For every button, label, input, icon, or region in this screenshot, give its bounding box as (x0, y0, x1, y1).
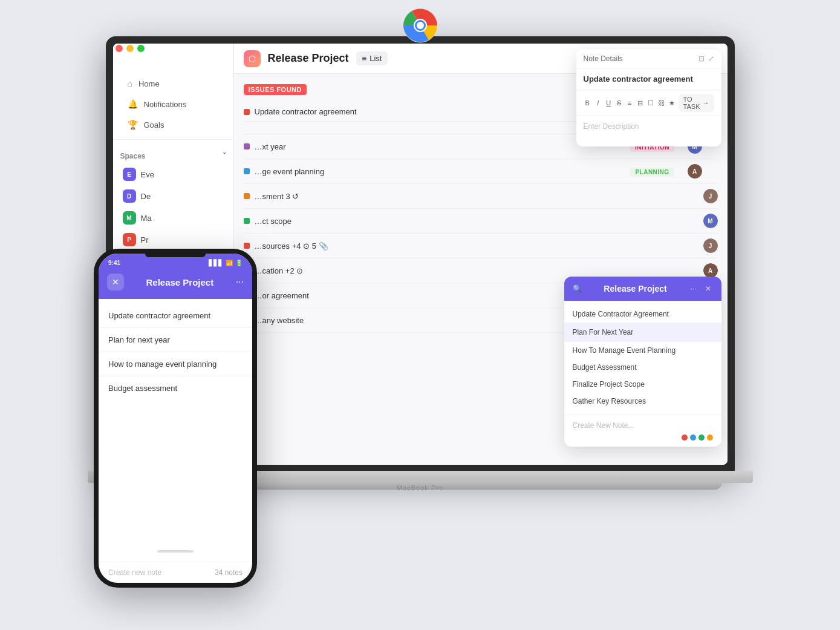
phone-notch (145, 254, 206, 257)
spaces-section: Spaces ˅ (113, 145, 233, 164)
to-task-button[interactable]: TO TASK → (679, 94, 714, 112)
phone-create-note[interactable]: Create new note (108, 568, 161, 577)
sidebar-item-label: Home (138, 79, 160, 88)
sidebar-item-notifications[interactable]: 🔔 Notifications (120, 94, 226, 114)
note-item-label: Plan For Next Year (573, 328, 634, 336)
space-label: Eve (141, 170, 154, 179)
add-note-button[interactable]: + (702, 327, 713, 338)
maximize-button[interactable] (137, 45, 145, 52)
mobile-phone: 9:41 ▋▋▋ 📶 🔋 ✕ Release Project ··· Updat… (94, 249, 257, 588)
task-name: …sment 3 ↺ (255, 192, 698, 201)
project-icon: ⬡ (244, 50, 261, 67)
notes-panel-footer: Create New Note... (564, 415, 721, 447)
task-name: …cation +2 ⊙ (255, 266, 698, 275)
app-dot-red (682, 435, 688, 441)
main-content: ⬡ Release Project ≡ List ISSUES FOUND (234, 44, 728, 465)
notes-panel-actions: ··· ✕ (688, 283, 714, 295)
notes-panel-title: Release Project (584, 284, 688, 294)
task-color-indicator (244, 243, 250, 249)
minimize-note-icon[interactable]: ⊡ (698, 54, 705, 63)
table-row[interactable]: …ct scope M (244, 209, 718, 234)
edit-note-button[interactable]: ✏ (662, 327, 673, 338)
star-button[interactable]: ★ (668, 96, 676, 110)
chevron-down-icon: ˅ (223, 152, 226, 160)
note-item[interactable]: Finalize Project Scope (564, 376, 721, 393)
note-item-label: Gather Key Resources (573, 397, 646, 405)
close-button[interactable] (116, 45, 123, 52)
task-name: …any website (255, 316, 576, 325)
phone-note-item[interactable]: Update contractor agreement (99, 304, 252, 328)
space-avatar: D (123, 189, 136, 203)
app-dot-yellow (707, 435, 713, 441)
sidebar-item-space-pr[interactable]: P Pr (116, 229, 231, 250)
phone-note-item[interactable]: Plan for next year (99, 328, 252, 352)
strikethrough-button[interactable]: S (615, 96, 623, 110)
delete-note-button[interactable]: 🗑 (689, 327, 700, 338)
sidebar-item-space-de[interactable]: D De (116, 186, 231, 206)
note-item[interactable]: Budget Assessment (564, 359, 721, 376)
table-row[interactable]: …sment 3 ↺ J (244, 184, 718, 209)
stage-badge: PLANNING (630, 168, 674, 177)
sidebar-item-space-eve[interactable]: E Eve (116, 164, 231, 185)
create-note-input[interactable]: Create New Note... (573, 421, 713, 430)
phone-more-button[interactable]: ··· (236, 277, 244, 287)
copy-note-button[interactable]: ⊡ (676, 327, 686, 338)
table-row[interactable]: …sources +4 ⊙ 5 📎 J (244, 234, 718, 258)
scene: ⌂ Home 🔔 Notifications 🏆 Goals (0, 0, 840, 630)
notes-close-button[interactable]: ✕ (702, 283, 714, 295)
task-color-indicator (244, 143, 250, 149)
notes-panel-app-icons (573, 435, 713, 441)
minimize-button[interactable] (126, 45, 134, 52)
link-button[interactable]: ⛓ (657, 96, 665, 110)
sidebar-item-label: Goals (144, 120, 164, 130)
note-item[interactable]: Gather Key Resources (564, 393, 721, 410)
note-item[interactable]: Plan For Next Year ✏ ⊡ 🗑 + (564, 323, 721, 342)
phone-note-count: 34 notes (215, 568, 243, 577)
underline-button[interactable]: U (604, 96, 612, 110)
sidebar-item-label: Notifications (144, 100, 187, 109)
list-icon: ≡ (362, 54, 367, 63)
bullet-list-button[interactable]: ≡ (625, 96, 633, 110)
note-title: Update contractor agreement (576, 68, 721, 90)
space-label: Pr (141, 235, 149, 244)
bold-button[interactable]: B (584, 96, 591, 110)
numbered-list-button[interactable]: ⊟ (636, 96, 644, 110)
phone-note-item[interactable]: Budget assessment (99, 376, 252, 400)
table-row[interactable]: …ge event planning PLANNING A (244, 159, 718, 184)
task-color-indicator (244, 109, 250, 115)
notes-more-button[interactable]: ··· (688, 283, 700, 295)
italic-button[interactable]: I (594, 96, 602, 110)
phone-footer: Create new note 34 notes (99, 562, 252, 583)
sidebar-item-space-ma[interactable]: M Ma (116, 208, 231, 228)
to-task-label: TO TASK (683, 96, 700, 110)
home-icon: ⌂ (128, 79, 132, 88)
phone-header-title: Release Project (146, 277, 213, 287)
task-stage: PLANNING (622, 166, 683, 177)
tab-list[interactable]: ≡ List (356, 51, 388, 65)
note-item[interactable]: How To Manage Event Planning (564, 342, 721, 359)
note-description[interactable]: Enter Description (576, 116, 721, 146)
notes-search-button[interactable]: 🔍 (571, 283, 584, 295)
note-item[interactable]: Update Contractor Agreement (564, 306, 721, 323)
chrome-icon (402, 7, 438, 44)
sidebar-item-goals[interactable]: 🏆 Goals (120, 115, 226, 134)
note-popup-header: Note Details ⊡ ⤢ (576, 50, 721, 68)
expand-note-icon[interactable]: ⤢ (708, 54, 714, 63)
issues-badge: ISSUES FOUND (244, 84, 307, 95)
phone-close-button[interactable]: ✕ (107, 274, 124, 290)
task-name: …xt year (255, 142, 576, 151)
phone-note-item[interactable]: How to manage event planning (99, 352, 252, 376)
sidebar-item-home[interactable]: ⌂ Home (120, 74, 226, 93)
checkbox-button[interactable]: ☐ (646, 96, 654, 110)
phone-header: ✕ Release Project ··· (99, 269, 252, 299)
wifi-icon: 📶 (226, 260, 233, 266)
note-popup-title-text: Note Details (584, 54, 623, 63)
note-item-label: Finalize Project Scope (573, 380, 645, 389)
note-item-label: Budget Assessment (573, 363, 637, 372)
task-color-indicator (244, 168, 250, 174)
tab-label: List (370, 54, 382, 63)
arrow-right-icon: → (703, 99, 709, 107)
task-color-indicator (244, 218, 250, 224)
space-avatar: M (123, 211, 136, 225)
note-item-label: How To Manage Event Planning (573, 346, 676, 355)
